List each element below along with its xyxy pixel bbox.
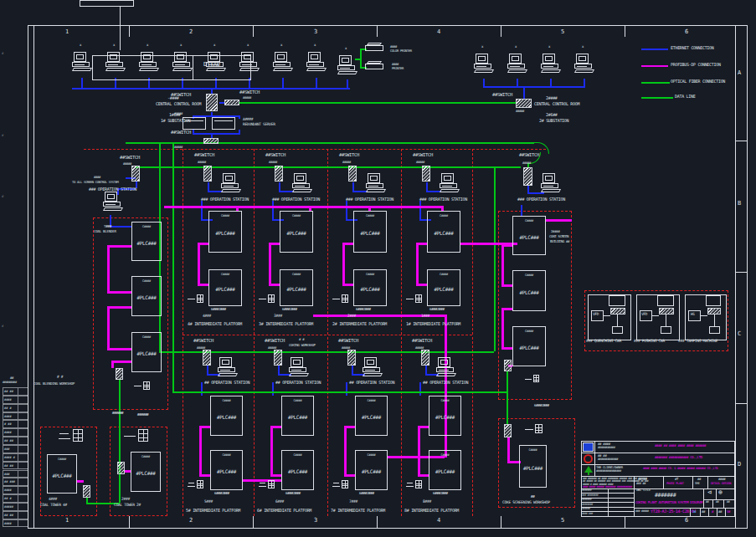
switch-label: ##SWITCH bbox=[265, 153, 285, 158]
platform-label: 8# INTERMEDIATE PLATFORM bbox=[404, 509, 459, 513]
switch-icon bbox=[347, 350, 356, 366]
label: ##### bbox=[516, 110, 524, 113]
plc-label: #PLC### bbox=[520, 465, 546, 471]
switch-label: ##SWITCH bbox=[194, 153, 214, 158]
left-table-row: ##### bbox=[3, 503, 28, 511]
plc-box: C#####PLC### bbox=[519, 445, 547, 488]
plc-box: C#####PLC### bbox=[512, 326, 546, 366]
label: #### ### bbox=[582, 513, 593, 515]
plc-label: #PLC### bbox=[513, 289, 545, 295]
plc-code: C#### bbox=[428, 273, 460, 276]
switch-icon bbox=[203, 350, 211, 366]
phase-label bbox=[332, 480, 349, 489]
label: x bbox=[280, 43, 282, 47]
machine-label: ### QUENCHING CAR bbox=[586, 340, 621, 344]
stamp-text: DYYA0 bbox=[203, 62, 220, 68]
plc-box: C#####PLC### bbox=[131, 332, 162, 372]
phase-label bbox=[124, 429, 149, 443]
plc-code: C#### bbox=[209, 214, 241, 217]
workstation-icon bbox=[139, 52, 159, 74]
switch-icon bbox=[421, 350, 429, 366]
plc-box: C#####PLC### bbox=[512, 270, 546, 311]
label: ## bbox=[706, 501, 708, 504]
left-table-row: ### bbox=[3, 445, 28, 453]
plc-label: #PLC### bbox=[209, 230, 241, 236]
zone-number-bottom: 5 bbox=[561, 518, 564, 524]
plc-box: C#####PLC### bbox=[208, 269, 242, 306]
plc-box: C#####PLC### bbox=[131, 452, 161, 492]
workstation-icon bbox=[289, 357, 309, 379]
label: # # bbox=[299, 338, 304, 341]
plc-code: C#### bbox=[513, 219, 545, 222]
left-table-cell: #### bbox=[4, 431, 12, 434]
workstation-icon bbox=[221, 173, 241, 195]
plc-box: C#####PLC### bbox=[427, 211, 460, 253]
label: ################ bbox=[596, 470, 621, 473]
area-label: COAL TOWER 2# bbox=[114, 504, 141, 508]
area-label: COAL TOWER 4# bbox=[40, 504, 67, 508]
zone-number-bottom: 6 bbox=[685, 518, 688, 524]
left-table-header: ######### bbox=[3, 381, 17, 385]
label: 8### bbox=[423, 500, 431, 504]
workstation-icon bbox=[363, 357, 383, 379]
legend-label: DATA LINE bbox=[675, 95, 695, 99]
label: DETAIL DESIGN bbox=[711, 483, 731, 486]
row-letter: B bbox=[738, 201, 741, 207]
plc-label: #PLC### bbox=[428, 286, 460, 292]
left-table-cell: ##### bbox=[4, 505, 13, 509]
zone-number-top: 5 bbox=[561, 29, 564, 35]
label: ##### bbox=[174, 112, 183, 115]
plc-box: C#####PLC### bbox=[210, 396, 243, 436]
left-table-row: # ## bbox=[3, 420, 28, 428]
switch-label: ##SWITCH bbox=[412, 339, 432, 344]
plc-label: #PLC### bbox=[513, 345, 545, 350]
plc-code: C#### bbox=[429, 399, 460, 402]
area-label: COAL BLENDER bbox=[94, 230, 116, 233]
label: 1# SUBSTATION bbox=[161, 119, 190, 123]
label: ##### bbox=[123, 162, 131, 166]
workstation-icon bbox=[273, 52, 293, 74]
label: x bbox=[314, 43, 316, 47]
label: ####### bbox=[582, 489, 591, 492]
label: x bbox=[80, 43, 81, 47]
label: x bbox=[481, 45, 483, 49]
zone-number-top: 2 bbox=[189, 29, 193, 35]
plc-box: C#####PLC### bbox=[355, 396, 388, 436]
plc-code: C#### bbox=[48, 458, 76, 461]
label: ##### bbox=[198, 161, 206, 164]
label: 2#6## bbox=[546, 113, 558, 117]
printer-icon bbox=[365, 42, 385, 52]
switch-icon bbox=[516, 99, 532, 108]
plc-label: #PLC### bbox=[211, 414, 242, 420]
machine-label: ### TAMPING MACHINE bbox=[678, 340, 717, 344]
switch-label: ##SWITCH bbox=[265, 339, 285, 344]
plc-code: C#### bbox=[282, 399, 313, 402]
switch-icon bbox=[206, 94, 218, 111]
plc-box: C#####PLC### bbox=[281, 396, 314, 436]
label: x bbox=[147, 43, 148, 47]
plc-label: #PLC### bbox=[132, 294, 161, 300]
plc-code: C#### bbox=[356, 453, 387, 457]
outline-box bbox=[612, 326, 623, 334]
plc-box: C#####PLC### bbox=[353, 211, 387, 253]
label: T### bbox=[104, 225, 111, 228]
label: x bbox=[180, 43, 182, 47]
label: # bbox=[2, 325, 3, 328]
plc-label: #PLC### bbox=[513, 234, 545, 240]
switch-icon bbox=[659, 308, 674, 315]
label: ##/## bbox=[638, 478, 647, 481]
phase-label bbox=[259, 294, 275, 304]
operation-station-label: ### OPERATION STATION bbox=[201, 197, 249, 202]
plc-code: C#### bbox=[280, 273, 312, 276]
plc-box: C#####PLC### bbox=[208, 211, 242, 253]
label: ####### bbox=[655, 493, 676, 499]
workstation-icon bbox=[292, 173, 312, 195]
outline-box bbox=[609, 295, 625, 306]
left-table-cell: #### bbox=[4, 488, 12, 492]
switch-label: ##SWITCH bbox=[492, 93, 512, 98]
plc-code: C#### bbox=[513, 330, 545, 333]
plc-code: C#### bbox=[282, 453, 313, 457]
plc-label: #PLC### bbox=[354, 286, 386, 292]
label: 4### bbox=[203, 315, 211, 319]
label: 2### bbox=[347, 315, 356, 319]
